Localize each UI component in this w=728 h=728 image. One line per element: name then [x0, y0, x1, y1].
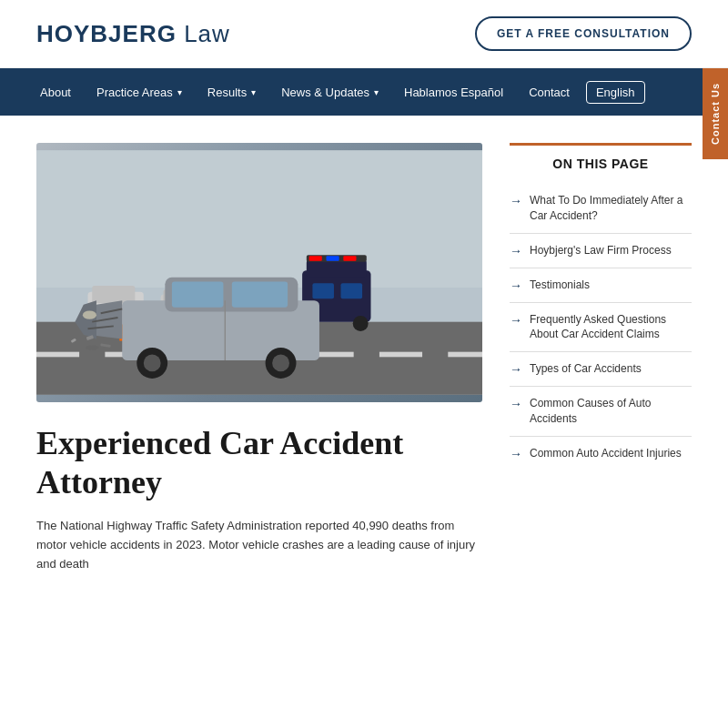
- on-this-page: ON THIS PAGE → What To Do Immediately Af…: [510, 143, 692, 470]
- chevron-down-icon: ▾: [177, 87, 182, 97]
- page-body: The National Highway Traffic Safety Admi…: [36, 517, 482, 573]
- on-this-page-title: ON THIS PAGE: [510, 157, 692, 171]
- sidebar-item-3[interactable]: → Frequently Asked Questions About Car A…: [510, 303, 692, 353]
- svg-point-49: [86, 345, 99, 350]
- sidebar-item-label: Common Causes of Auto Accidents: [530, 396, 692, 427]
- sidebar-item-1[interactable]: → Hoybjerg's Law Firm Process: [510, 234, 692, 268]
- sidebar-item-6[interactable]: → Common Auto Accident Injuries: [510, 437, 692, 470]
- svg-rect-9: [448, 352, 482, 358]
- nav-item-contact[interactable]: Contact: [516, 68, 582, 116]
- svg-rect-33: [341, 283, 363, 298]
- svg-point-51: [144, 354, 161, 371]
- svg-rect-3: [36, 352, 79, 358]
- svg-rect-28: [327, 256, 339, 261]
- content-left: Experienced Car Accident Attorney The Na…: [36, 143, 482, 574]
- chevron-down-icon: ▾: [374, 87, 379, 97]
- chevron-down-icon: ▾: [251, 87, 256, 97]
- svg-rect-25: [307, 260, 367, 278]
- svg-rect-37: [232, 281, 288, 307]
- svg-rect-8: [379, 352, 422, 358]
- arrow-icon: →: [510, 244, 522, 258]
- hero-image: [36, 143, 482, 402]
- sidebar-item-label: Frequently Asked Questions About Car Acc…: [530, 312, 692, 343]
- sidebar-item-2[interactable]: → Testimonials: [510, 268, 692, 303]
- nav-item-espanol[interactable]: Hablamos Español: [391, 68, 516, 116]
- sidebar-item-4[interactable]: → Types of Car Accidents: [510, 352, 692, 387]
- arrow-icon: →: [510, 194, 522, 208]
- svg-rect-1: [36, 150, 482, 288]
- nav-item-results[interactable]: Results ▾: [195, 68, 268, 116]
- site-header: HOYBJERG Law GET A FREE CONSULTATION: [0, 0, 728, 68]
- right-sidebar: ON THIS PAGE → What To Do Immediately Af…: [510, 143, 692, 574]
- main-content: Experienced Car Accident Attorney The Na…: [0, 116, 728, 592]
- sidebar-item-label: What To Do Immediately After a Car Accid…: [530, 193, 692, 224]
- arrow-icon: →: [510, 447, 522, 461]
- logo-light: Law: [177, 20, 230, 47]
- svg-rect-36: [172, 281, 224, 307]
- svg-rect-27: [309, 256, 322, 261]
- site-logo: HOYBJERG Law: [36, 20, 230, 48]
- svg-rect-29: [343, 256, 356, 261]
- nav-item-language[interactable]: English: [586, 81, 645, 104]
- sidebar-item-0[interactable]: → What To Do Immediately After a Car Acc…: [510, 184, 692, 234]
- sidebar-item-5[interactable]: → Common Causes of Auto Accidents: [510, 387, 692, 437]
- sidebar-item-label: Common Auto Accident Injuries: [530, 446, 682, 461]
- sidebar-item-label: Types of Car Accidents: [530, 361, 642, 377]
- arrow-icon: →: [510, 278, 522, 293]
- cta-button[interactable]: GET A FREE CONSULTATION: [475, 16, 692, 51]
- svg-point-40: [272, 354, 289, 371]
- arrow-icon: →: [510, 313, 522, 328]
- nav-item-news[interactable]: News & Updates ▾: [268, 68, 391, 116]
- sidebar-item-label: Testimonials: [530, 278, 590, 293]
- contact-us-tab[interactable]: Contact Us: [703, 68, 728, 159]
- nav-item-about[interactable]: About: [27, 68, 84, 116]
- nav-item-practice-areas[interactable]: Practice Areas ▾: [84, 68, 195, 116]
- main-nav: About Practice Areas ▾ Results ▾ News & …: [0, 68, 728, 116]
- svg-rect-32: [312, 283, 334, 298]
- svg-point-31: [353, 316, 369, 331]
- logo-bold: HOYBJERG: [36, 20, 177, 47]
- accident-scene-svg: [36, 143, 482, 402]
- page-heading: Experienced Car Accident Attorney: [36, 424, 482, 502]
- arrow-icon: →: [510, 362, 522, 377]
- sidebar-item-label: Hoybjerg's Law Firm Process: [530, 243, 672, 258]
- arrow-icon: →: [510, 397, 522, 411]
- svg-point-52: [83, 310, 96, 318]
